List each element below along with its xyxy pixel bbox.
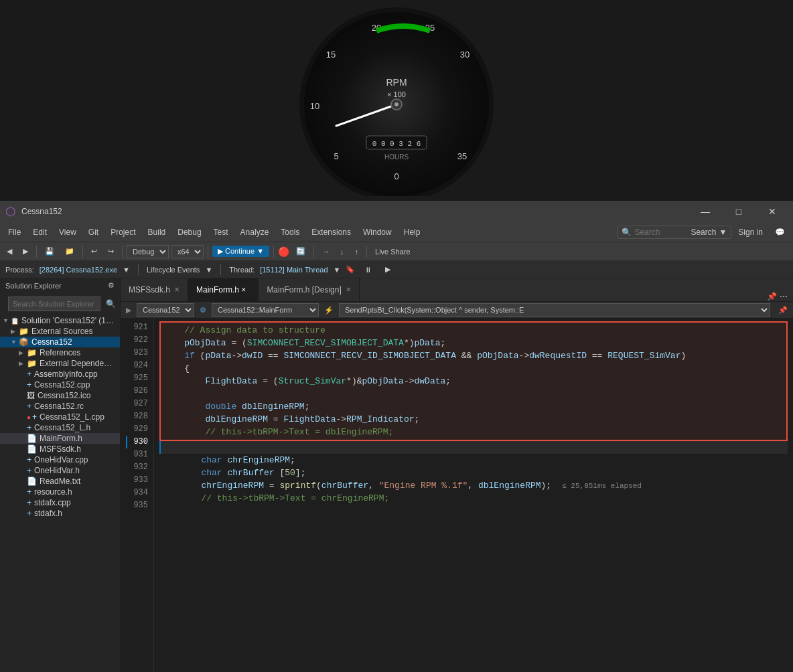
menu-build[interactable]: Build [143, 225, 171, 240]
continue-btn[interactable]: ▶ Continue ▼ [212, 246, 269, 257]
tab-mainform[interactable]: MainForm.h × [188, 278, 259, 301]
sidebar-item-resource-h[interactable]: + resource.h [0, 487, 120, 497]
code-line-929: // this->tbRPM->Text = dblEngineRPM; [163, 426, 784, 438]
pause-btn[interactable]: ⏸ [360, 262, 376, 277]
step-into-btn[interactable]: ↓ [336, 244, 348, 259]
sidebar-item-onehidvar-cpp[interactable]: + OneHidVar.cpp [0, 454, 120, 465]
step-out-btn[interactable]: ↑ [351, 244, 363, 259]
lifecycle-dropdown-icon[interactable]: ▼ [205, 266, 212, 274]
code-line-930 [159, 441, 788, 454]
menu-window[interactable]: Window [358, 225, 397, 240]
step-over-btn[interactable]: → [318, 244, 334, 259]
overflow-icon[interactable]: ⋯ [780, 292, 788, 301]
feedback-icon[interactable]: 💬 [770, 225, 790, 240]
search-input[interactable] [634, 228, 688, 237]
svg-text:5: 5 [334, 151, 338, 161]
svg-text:HOURS: HOURS [384, 153, 409, 161]
sep5 [273, 246, 274, 258]
sidebar-search-icon[interactable]: 🔍 [106, 299, 116, 309]
menu-analyze[interactable]: Analyze [235, 225, 275, 240]
sidebar-item-stdafx-cpp[interactable]: + stdafx.cpp [0, 497, 120, 508]
platform-select[interactable]: x64 [171, 245, 204, 258]
title-bar-title: Cessna152 [21, 207, 62, 216]
event-selector[interactable]: SendRptsBt_Click(System::Object ^ sender… [339, 303, 770, 317]
sidebar-item-cessna-rc[interactable]: + Cessna152.rc [0, 401, 120, 412]
editor-area: MSFSsdk.h ✕ MainForm.h × MainForm.h [Des… [121, 278, 793, 672]
sidebar-item-cessna-cpp[interactable]: + Cessna152.cpp [0, 380, 120, 390]
undo-btn[interactable]: ↩ [87, 244, 101, 259]
menu-edit[interactable]: Edit [27, 225, 52, 240]
live-share-btn[interactable]: Live Share [371, 244, 415, 259]
menu-extensions[interactable]: Extensions [306, 225, 356, 240]
solution-icon: 📋 [11, 317, 19, 325]
linenum-928: 928 [126, 410, 148, 423]
menu-debug[interactable]: Debug [172, 225, 206, 240]
code-line-931: char chrEngineRPM; [159, 454, 788, 467]
sidebar-controls[interactable]: ⚙ [108, 281, 115, 290]
code-line-927: double dblEngineRPM; [163, 400, 784, 413]
class-selector[interactable]: Cessna152 [137, 303, 194, 317]
back-btn[interactable]: ◀ [3, 244, 16, 259]
sidebar-item-cessna-l-cpp[interactable]: ● + Cessna152_L.cpp [0, 412, 120, 422]
code-line-923: if (pData->dwID == SIMCONNECT_RECV_ID_SI… [163, 349, 784, 362]
resume-btn[interactable]: ▶ [381, 262, 394, 277]
forward-btn[interactable]: ▶ [19, 244, 32, 259]
onehidvar-h-icon: + [27, 466, 31, 475]
redo-btn[interactable]: ↪ [104, 244, 118, 259]
search-box[interactable]: 🔍 Search ▼ [617, 226, 731, 239]
sidebar-item-assemblyinfo[interactable]: + AssemblyInfo.cpp [0, 369, 120, 380]
sidebar-item-solution[interactable]: ▼ 📋 Solution 'Cessna152' (1… [0, 315, 120, 326]
menu-test[interactable]: Test [208, 225, 234, 240]
menu-project[interactable]: Project [105, 225, 141, 240]
sidebar-item-cessna152[interactable]: ▼ 📦 Cessna152 [0, 337, 120, 347]
open-btn[interactable]: 📁 [61, 244, 78, 259]
code-line-935 [159, 505, 788, 517]
close-btn[interactable]: ✕ [757, 201, 788, 222]
sidebar-item-ext-dep[interactable]: ▶ 📁 External Depende… [0, 358, 120, 369]
sidebar-item-readme[interactable]: 📄 ReadMe.txt [0, 476, 120, 487]
sidebar-search-input[interactable] [8, 297, 100, 311]
svg-point-17 [394, 102, 399, 106]
msfssdk-label: MSFSsdk.h [40, 444, 81, 454]
menu-view[interactable]: View [54, 225, 82, 240]
debug-config-select[interactable]: Debug [127, 245, 169, 258]
code-content[interactable]: // Assign data to structure pObjData = (… [154, 319, 793, 672]
maximize-btn[interactable]: □ [723, 201, 754, 222]
restart-btn[interactable]: 🔄 [292, 244, 309, 259]
process-dropdown-icon[interactable]: ▼ [123, 266, 130, 274]
menu-git[interactable]: Git [83, 225, 104, 240]
process-bar: Process: [28264] Cessna152.exe ▼ Lifecyc… [0, 261, 793, 278]
search-icon: 🔍 [622, 228, 632, 237]
linenum-932: 932 [126, 461, 148, 474]
pin-nav-icon[interactable]: 📌 [778, 306, 788, 315]
menu-help[interactable]: Help [399, 225, 426, 240]
sidebar-item-onehidvar-h[interactable]: + OneHidVar.h [0, 465, 120, 476]
menu-file[interactable]: File [3, 225, 26, 240]
cessna-ico-icon: 🖼 [27, 391, 35, 400]
sidebar-item-references[interactable]: ▶ 📁 References [0, 347, 120, 358]
sidebar-item-mainform-h[interactable]: 📄 MainForm.h [0, 433, 120, 444]
window-controls[interactable]: — □ ✕ [690, 201, 788, 222]
tab-mainform-design[interactable]: MainForm.h [Design] ✕ [259, 278, 359, 301]
tab-mainform-design-close[interactable]: ✕ [346, 286, 351, 293]
sign-in[interactable]: Sign in [733, 225, 768, 240]
cessna-l-cpp-label: Cessna152_L.cpp [40, 412, 104, 422]
tab-mainform-label: MainForm.h × [196, 285, 246, 295]
sidebar-item-external-sources[interactable]: ▶ 📁 External Sources [0, 326, 120, 337]
sidebar-item-stdafx-h[interactable]: + stdafx.h [0, 508, 120, 519]
pin-icon[interactable]: 📌 [767, 292, 777, 301]
sidebar: Solution Explorer ⚙ 🔍 ▼ 📋 Solution 'Cess… [0, 278, 121, 672]
sidebar-item-msfssdk-h[interactable]: 📄 MSFSsdk.h [0, 444, 120, 454]
linenum-926: 926 [126, 385, 148, 398]
tab-msfssdk[interactable]: MSFSsdk.h ✕ [121, 278, 188, 301]
minimize-btn[interactable]: — [690, 201, 721, 222]
method-selector[interactable]: Cessna152::MainForm [212, 303, 319, 317]
editor-toolbar: ▶ Cessna152 ⚙ Cessna152::MainForm ⚡ Send… [121, 302, 793, 319]
sidebar-item-cessna-ico[interactable]: 🖼 Cessna152.ico [0, 390, 120, 401]
sidebar-item-cessna-l-h[interactable]: + Cessna152_L.h [0, 422, 120, 433]
thread-dropdown-icon[interactable]: ▼ [334, 266, 341, 274]
tab-msfssdk-close[interactable]: ✕ [174, 286, 179, 293]
save-btn[interactable]: 💾 [41, 244, 58, 259]
menu-tools[interactable]: Tools [275, 225, 305, 240]
line-numbers: 921 922 923 924 925 926 927 928 929 930 … [121, 319, 154, 672]
